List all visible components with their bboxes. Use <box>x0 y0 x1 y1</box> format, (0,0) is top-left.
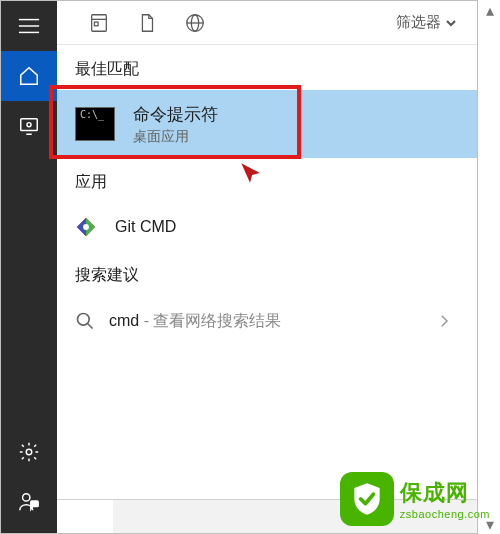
best-match-heading: 最佳匹配 <box>57 45 477 90</box>
svg-point-4 <box>27 123 31 127</box>
git-diamond-icon <box>75 216 97 238</box>
svg-rect-11 <box>94 22 98 26</box>
settings-gear-icon[interactable] <box>1 427 57 477</box>
search-suggestion-row[interactable]: cmd - 查看网络搜索结果 <box>57 296 477 346</box>
apps-heading: 应用 <box>57 158 477 203</box>
suggestions-heading: 搜索建议 <box>57 251 477 296</box>
svg-rect-3 <box>21 119 38 131</box>
chevron-right-icon <box>435 312 453 330</box>
suggestion-secondary: - 查看网络搜索结果 <box>139 312 281 329</box>
apps-scope-icon[interactable] <box>85 9 113 37</box>
suggestion-text: cmd - 查看网络搜索结果 <box>109 311 281 332</box>
suggestion-query: cmd <box>109 312 139 329</box>
home-icon[interactable] <box>1 51 57 101</box>
search-icon <box>75 311 95 331</box>
search-scope-header: 筛选器 <box>57 1 477 45</box>
hamburger-icon[interactable] <box>1 1 57 51</box>
user-feedback-icon[interactable] <box>1 477 57 527</box>
search-input[interactable] <box>113 500 477 533</box>
best-match-subtitle: 桌面应用 <box>133 128 218 146</box>
best-match-result[interactable]: C:\_ 命令提示符 桌面应用 <box>57 90 477 158</box>
scroll-down-icon[interactable]: ▾ <box>480 514 500 534</box>
svg-point-7 <box>23 494 30 501</box>
best-match-title: 命令提示符 <box>133 103 218 126</box>
chevron-down-icon <box>445 17 457 29</box>
filter-dropdown[interactable]: 筛选器 <box>396 13 469 32</box>
best-match-text: 命令提示符 桌面应用 <box>133 103 218 146</box>
search-results-panel: 筛选器 最佳匹配 C:\_ 命令提示符 桌面应用 应用 Git CMD 搜 <box>57 1 477 533</box>
filter-label: 筛选器 <box>396 13 441 32</box>
web-scope-icon[interactable] <box>181 9 209 37</box>
window-scrollbar[interactable]: ▴ ▾ <box>480 0 500 534</box>
svg-line-17 <box>88 324 93 329</box>
app-result-git-cmd[interactable]: Git CMD <box>57 203 477 251</box>
svg-point-15 <box>83 224 89 230</box>
start-left-rail <box>1 1 57 533</box>
documents-scope-icon[interactable] <box>133 9 161 37</box>
svg-point-6 <box>26 449 32 455</box>
svg-point-16 <box>78 314 90 326</box>
svg-rect-8 <box>31 501 38 507</box>
monitor-icon[interactable] <box>1 101 57 151</box>
cmd-terminal-icon: C:\_ <box>75 107 115 141</box>
search-input-strip <box>57 499 477 533</box>
scroll-up-icon[interactable]: ▴ <box>480 0 500 20</box>
app-result-label: Git CMD <box>115 218 176 236</box>
